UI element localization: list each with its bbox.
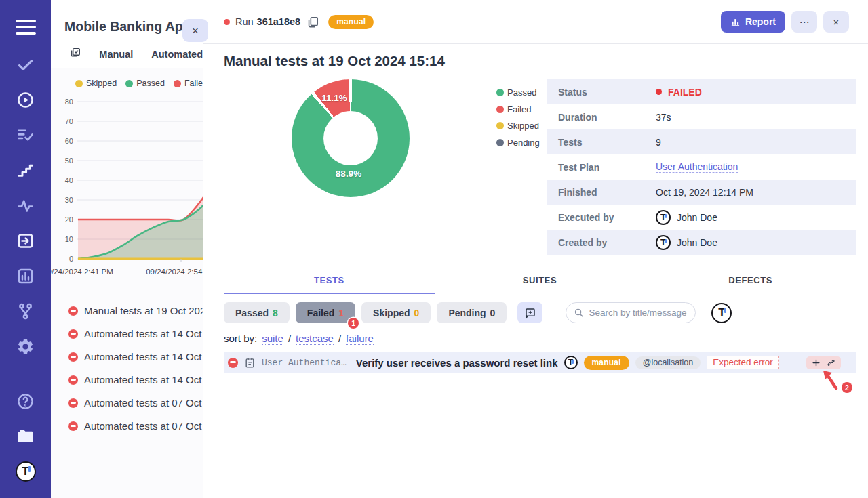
filter-label: Passed xyxy=(235,308,269,318)
add-icon[interactable] xyxy=(812,358,821,367)
list-check-icon[interactable] xyxy=(16,126,35,144)
legend-label: Skipped xyxy=(507,121,539,131)
sort-separator: / xyxy=(338,333,341,344)
run-list-item[interactable]: Automated tests at 07 Oct 2024 xyxy=(68,420,203,432)
test-plan-link[interactable]: User Authentication xyxy=(656,161,738,173)
run-item-label: Automated tests at 14 Oct 2024 xyxy=(84,351,203,362)
trend-chart: 8070605040302010009/24/2024 2:41 PM09/24… xyxy=(51,91,203,287)
tab-defects[interactable]: DEFECTS xyxy=(645,268,856,294)
copy-icon[interactable] xyxy=(307,16,319,28)
sign-in-icon[interactable] xyxy=(16,232,35,250)
tab-manual[interactable]: Manual xyxy=(99,49,133,60)
run-item-label: Automated tests at 07 Oct 2024 xyxy=(84,397,203,409)
search-input[interactable] xyxy=(566,302,696,323)
detail-row-finished: Finished Oct 19, 2024 12:14 PM xyxy=(547,180,856,205)
tab-tests[interactable]: TESTS xyxy=(224,268,435,294)
skipped-dot xyxy=(75,80,83,87)
help-icon[interactable] xyxy=(16,392,35,411)
folder-icon[interactable] xyxy=(16,427,35,445)
failed-status-icon xyxy=(68,398,78,408)
legend-skipped: Skipped xyxy=(496,121,540,131)
activity-icon[interactable] xyxy=(16,196,35,215)
sort-by-failure[interactable]: failure xyxy=(346,333,374,345)
annotation-arrow xyxy=(822,371,840,392)
menu-icon[interactable] xyxy=(16,16,36,38)
failed-status-icon xyxy=(68,306,78,316)
play-circle-icon[interactable] xyxy=(16,91,35,109)
legend-passed: Passed xyxy=(125,79,165,88)
run-list-item[interactable]: Automated tests at 07 Oct 2024 xyxy=(68,397,203,409)
failed-dot xyxy=(656,89,662,95)
run-details-table: Status FAILED Duration 37s Tests 9 Test … xyxy=(547,79,856,255)
panel-close-button[interactable]: × xyxy=(182,19,208,42)
gear-icon[interactable] xyxy=(16,337,35,356)
run-list-item[interactable]: Manual tests at 19 Oct 2024 xyxy=(68,305,203,316)
test-tag[interactable]: @localisation xyxy=(635,356,701,369)
failed-dot xyxy=(496,106,504,113)
filter-pending-button[interactable]: Pending0 xyxy=(437,302,507,323)
tab-automated[interactable]: Automated xyxy=(151,49,203,60)
steps-icon[interactable] xyxy=(16,161,35,180)
panel-body: Skipped Passed Failed 807060504030201000… xyxy=(51,68,203,498)
filter-bar: Passed8 Failed11 Skipped0 Pending0 T xyxy=(224,302,856,323)
suite-name[interactable]: User Authentica… xyxy=(262,358,347,368)
filter-passed-button[interactable]: Passed8 xyxy=(224,302,290,323)
more-button[interactable]: ⋯ xyxy=(791,11,817,33)
sort-by-suite[interactable]: suite xyxy=(262,333,283,345)
svg-text:09/24/2024 2:41 PM: 09/24/2024 2:41 PM xyxy=(51,268,113,276)
sort-by-testcase[interactable]: testcase xyxy=(296,333,334,345)
failed-status-icon xyxy=(228,358,238,368)
detail-value-user: TJohn Doe xyxy=(656,235,717,250)
bar-chart-icon[interactable] xyxy=(16,267,35,285)
run-label: Run xyxy=(235,16,254,27)
tab-suites[interactable]: SUITES xyxy=(435,268,646,294)
git-branch-icon[interactable] xyxy=(16,302,35,320)
expected-error-badge[interactable]: Expected error xyxy=(707,356,779,369)
filter-failed-button[interactable]: Failed11 xyxy=(296,302,355,323)
svg-text:09/24/2024 2:54 PM: 09/24/2024 2:54 PM xyxy=(146,268,203,276)
search-box xyxy=(566,302,696,323)
filter-skipped-button[interactable]: Skipped0 xyxy=(361,302,431,323)
pending-dot xyxy=(496,139,504,146)
panel-tabs: Manual Automated xyxy=(51,40,203,68)
legend-failed-label: Failed xyxy=(184,79,203,88)
run-list-item[interactable]: Automated tests at 14 Oct 2024 xyxy=(68,351,203,362)
sort-label: sort by: xyxy=(224,333,257,344)
donut-ring xyxy=(292,79,410,197)
skipped-dot xyxy=(496,122,504,129)
donut-passed-label: 88.9% xyxy=(336,169,361,179)
report-button[interactable]: Report xyxy=(721,11,785,33)
detail-row-duration: Duration 37s xyxy=(547,104,856,129)
user-filter-avatar[interactable]: T xyxy=(711,303,732,323)
filter-label: Skipped xyxy=(373,308,410,318)
detail-row-executed-by: Executed by TJohn Doe xyxy=(547,205,856,230)
legend-pending: Pending xyxy=(496,138,540,148)
failed-dot xyxy=(174,80,181,87)
comment-add-button[interactable] xyxy=(517,302,542,323)
test-title[interactable]: Verify user receives a password reset li… xyxy=(356,357,558,369)
failed-status-icon xyxy=(68,352,78,362)
project-panel: × Mobile Banking App Manual Automated Sk… xyxy=(51,0,203,498)
check-icon[interactable] xyxy=(16,56,35,74)
run-list-item[interactable]: Automated tests at 14 Oct 2024 xyxy=(68,374,203,386)
legend-passed: Passed xyxy=(496,87,540,98)
detail-label: Executed by xyxy=(558,212,656,223)
detail-label: Test Plan xyxy=(558,162,656,173)
close-run-button[interactable]: × xyxy=(823,11,849,33)
testomat-logo[interactable]: T xyxy=(16,461,36,482)
test-result-row[interactable]: User Authentica… Verify user receives a … xyxy=(224,352,856,373)
link-icon[interactable] xyxy=(827,358,835,367)
filter-count: 0 xyxy=(490,308,496,318)
detail-value: Oct 19, 2024 12:14 PM xyxy=(656,187,753,198)
user-avatar: T xyxy=(656,210,671,225)
annotation-step-2: 2 xyxy=(842,382,852,393)
detail-row-tests: Tests 9 xyxy=(547,129,856,154)
report-chart-icon xyxy=(730,17,741,27)
sort-row: sort by: suite / testcase / failure xyxy=(224,333,856,345)
run-item-label: Automated tests at 14 Oct 2024 xyxy=(84,374,203,386)
filter-count: 8 xyxy=(273,308,278,318)
copy-check-icon[interactable] xyxy=(70,47,81,62)
legend-skipped: Skipped xyxy=(75,79,117,88)
run-list-item[interactable]: Automated tests at 14 Oct 2024 xyxy=(68,328,203,339)
donut-legend: Passed Failed Skipped Pending xyxy=(496,79,540,148)
